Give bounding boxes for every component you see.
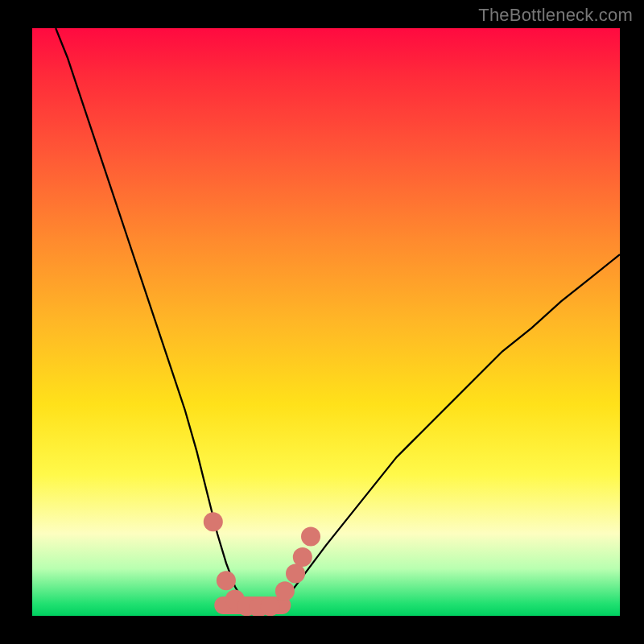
chart-frame: TheBottleneck.com (0, 0, 644, 644)
curve-marker (204, 512, 223, 531)
curve-marker (301, 527, 320, 547)
plot-area (32, 28, 620, 616)
curve-marker (275, 581, 295, 601)
curve-marker (261, 597, 280, 616)
chart-overlay (32, 28, 620, 616)
curve-marker (217, 571, 236, 590)
bottleneck-curve (56, 28, 620, 609)
curve-marker (293, 547, 312, 567)
curve-marker (286, 564, 305, 583)
watermark-text: TheBottleneck.com (478, 5, 633, 26)
